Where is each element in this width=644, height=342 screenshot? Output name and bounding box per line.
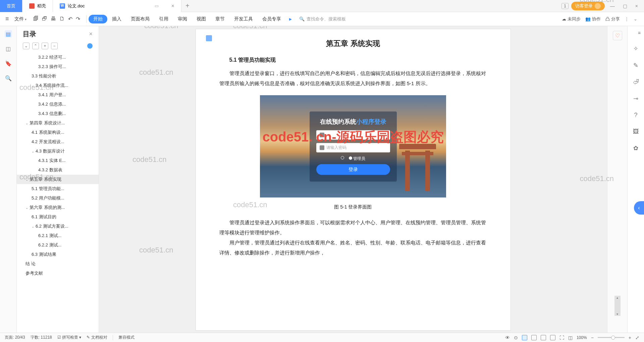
chevron-down-icon: ⌄ — [25, 121, 28, 125]
expand-icon[interactable]: ⤢ — [635, 335, 639, 340]
search-left-icon[interactable]: 🔍 — [5, 74, 12, 82]
tab-daoke[interactable]: 稻壳 — [22, 0, 53, 12]
outline-item[interactable]: 6.2.2 测试... — [17, 240, 99, 250]
kebab-icon[interactable]: ⋮ — [625, 16, 629, 21]
focus-icon[interactable]: ⊙ — [514, 335, 518, 340]
outline-item[interactable]: 3.4.2 信息添... — [17, 100, 99, 109]
fit-icon[interactable]: ◫ — [568, 335, 573, 340]
hamburger-right-icon[interactable]: ≡ — [638, 30, 641, 36]
sync-status[interactable]: ☁未同步 — [562, 16, 581, 22]
collab-button[interactable]: 👥协作 — [585, 16, 601, 22]
zoom-in-icon[interactable]: + — [629, 335, 631, 340]
maximize-button[interactable]: ▢ — [620, 3, 630, 9]
effects-icon[interactable]: ✿ — [633, 145, 638, 152]
outline-item[interactable]: 3.3 性能分析 — [17, 71, 99, 81]
outline-item[interactable]: 6.2.1 测试... — [17, 231, 99, 240]
guest-login-button[interactable]: 访客登录 — [571, 2, 605, 10]
word-count[interactable]: 字数: 11218 — [31, 335, 52, 340]
outline-item[interactable]: 6.3 测试结果 — [17, 250, 99, 259]
chevron-down-icon: ⌄ — [32, 84, 34, 88]
outline-item[interactable]: 4.2 开发流程设... — [17, 137, 99, 147]
outline-item[interactable]: 5.1 管理员功能... — [17, 184, 99, 193]
bookmark-icon[interactable]: 🔖 — [5, 60, 12, 67]
menu-reference[interactable]: 引用 — [154, 16, 173, 22]
file-menu[interactable]: 文件 ▾ — [12, 16, 30, 22]
preview-icon[interactable]: 🗋 — [59, 16, 65, 22]
web-view-icon[interactable] — [550, 335, 555, 340]
minimize-button[interactable]: — — [607, 3, 618, 9]
document-area[interactable]: 第五章 系统实现 5.1 管理员功能实现 管理员通过登录窗口，进行在线填写自己的… — [99, 26, 607, 333]
menu-more-button[interactable]: ▸ — [286, 16, 295, 22]
cursor-icon[interactable]: ⮰ — [633, 78, 639, 86]
windowed-icon[interactable]: ▭ — [155, 3, 159, 8]
tab-document[interactable]: 论文.doc ▭ × — [53, 0, 181, 12]
spellcheck-toggle[interactable]: ☑ 拼写检查 ▾ — [57, 335, 82, 340]
menu-devtools[interactable]: 开发工具 — [229, 16, 258, 22]
compat-mode[interactable]: 兼容模式 — [118, 335, 135, 340]
page-indicator[interactable]: 页面: 20/43 — [5, 335, 25, 340]
outline-item[interactable]: 4.1 系统架构设... — [17, 128, 99, 137]
redo-icon[interactable]: ↷ — [76, 16, 80, 22]
assistant-icon[interactable]: ✧ — [633, 45, 638, 52]
outline-item[interactable]: ⌄第六章 系统的测... — [17, 203, 99, 212]
outline-item[interactable]: 5.2 用户功能模... — [17, 193, 99, 203]
close-button[interactable]: × — [633, 3, 641, 9]
save-icon[interactable]: 🗐 — [33, 16, 39, 22]
collapse-ribbon-icon[interactable]: ⌄ — [634, 16, 637, 21]
scroll-indicator[interactable]: ▴▾ — [614, 296, 621, 316]
outline-icon[interactable]: ▤ — [5, 30, 12, 38]
outline-locate-icon[interactable] — [87, 43, 93, 49]
print-icon[interactable]: 🖶 — [51, 16, 56, 22]
tab-home[interactable]: 首页 — [0, 0, 22, 12]
page-view-icon[interactable] — [522, 335, 527, 340]
outline-item[interactable]: 4.3.1 实体 E... — [17, 156, 99, 165]
menu-view[interactable]: 视图 — [192, 16, 211, 22]
outline-item[interactable]: 参考文献 — [17, 269, 99, 278]
outline-collapse-all-icon[interactable]: ⌄ — [23, 43, 30, 49]
zoom-out-icon[interactable]: − — [591, 335, 594, 340]
share-button[interactable]: 凸分享 — [605, 16, 620, 22]
outline-add-icon[interactable]: + — [42, 43, 48, 49]
undo-icon[interactable]: ↶ — [68, 16, 72, 22]
outline-item[interactable]: 3.4.1 用户登... — [17, 90, 99, 100]
share-doc-icon[interactable]: 🗗 — [42, 16, 47, 22]
outline-item[interactable]: ⌄第五章 系统实现 — [17, 175, 99, 184]
search-command[interactable]: 🔍 查找命令、搜索模板 — [295, 16, 362, 22]
image-tool-icon[interactable]: 🖼 — [633, 128, 639, 135]
add-tab-button[interactable]: + — [181, 2, 194, 10]
settings-icon[interactable]: ⊸ — [633, 95, 638, 102]
outline-view-icon[interactable] — [531, 335, 537, 340]
menu-insert[interactable]: 插入 — [107, 16, 126, 22]
menu-member[interactable]: 会员专享 — [258, 16, 286, 22]
window-badge[interactable]: 1 — [561, 3, 569, 9]
toc-icon[interactable]: ◫ — [5, 45, 12, 52]
outline-item[interactable]: ⌄6.2 测试方案设... — [17, 222, 99, 231]
outline-item[interactable]: 4.3.2 数据表 — [17, 165, 99, 175]
outline-item[interactable]: ⌄3.4 系统操作流... — [17, 81, 99, 90]
outline-item[interactable]: 3.4.3 信息删... — [17, 109, 99, 118]
eye-icon[interactable]: 👁 — [505, 335, 510, 340]
outline-close-icon[interactable]: × — [89, 31, 93, 38]
menu-layout[interactable]: 页面布局 — [126, 16, 154, 22]
reading-view-icon[interactable] — [541, 335, 546, 340]
outline-item[interactable]: 3.2.2 经济可... — [17, 53, 99, 62]
outline-item[interactable]: 结 论 — [17, 259, 99, 269]
outline-item[interactable]: ⌄第四章 系统设计... — [17, 118, 99, 128]
zoom-slider[interactable] — [598, 337, 625, 338]
outline-item[interactable]: ⌄4.3 数据库设计 — [17, 147, 99, 156]
fullscreen-icon[interactable]: ⛶ — [559, 335, 564, 340]
close-icon[interactable]: × — [171, 3, 174, 9]
favorite-button[interactable]: ♡ — [613, 31, 622, 40]
zoom-value[interactable]: 100% — [577, 335, 587, 340]
outline-item[interactable]: 6.1 测试目的 — [17, 212, 99, 222]
help-icon[interactable]: ? — [634, 112, 637, 119]
menu-review[interactable]: 审阅 — [173, 16, 192, 22]
menu-start[interactable]: 开始 — [89, 15, 107, 23]
outline-expand-all-icon[interactable]: ⌃ — [32, 43, 39, 49]
outline-item[interactable]: 3.2.3 操作可... — [17, 62, 99, 71]
outline-remove-icon[interactable]: − — [51, 43, 58, 49]
menu-section[interactable]: 章节 — [211, 16, 229, 22]
proofread-button[interactable]: ✎ 文档校对 — [87, 335, 107, 340]
hamburger-icon[interactable]: ≡ — [3, 15, 12, 22]
pen-icon[interactable]: ✎ — [633, 62, 638, 69]
